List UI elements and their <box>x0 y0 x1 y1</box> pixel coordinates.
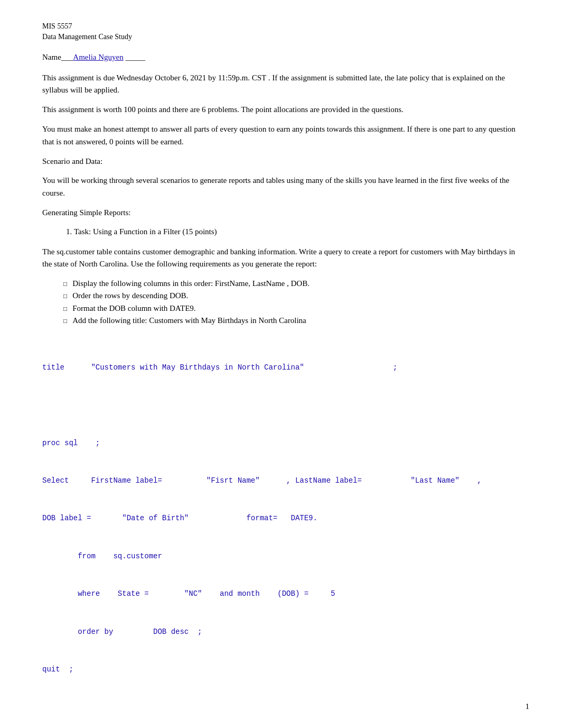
select-line: Select FirstName label= "Fisrt Name" , L… <box>42 475 519 487</box>
generating-heading: Generating Simple Reports: <box>42 207 519 219</box>
blank-2 <box>42 701 519 714</box>
paragraph-5: The sq.customer table contains customer … <box>42 246 519 271</box>
paragraph-1: This assignment is due Wednesday October… <box>42 72 519 97</box>
scenario-heading: Scenario and Data: <box>42 155 519 168</box>
where-line: where State = "NC" and month (DOB) = 5 <box>42 588 519 601</box>
code-block: title "Customers with May Birthdays in N… <box>42 334 519 728</box>
bullet-3: Format the DOB column with DATE9. <box>63 302 519 315</box>
bullet-2: Order the rows by descending DOB. <box>63 290 519 302</box>
requirements-list: Display the following columns in this or… <box>63 278 519 327</box>
name-label: Name___ <box>42 53 73 61</box>
page-number-text: 1 <box>526 702 530 711</box>
paragraph-2: This assignment is worth 100 points and … <box>42 104 519 116</box>
page-number: 1 <box>526 701 530 713</box>
task-list: Task: Using a Function in a Filter (15 p… <box>74 226 519 238</box>
name-blank: _____ <box>124 53 145 61</box>
paragraph-4: You will be working through several scen… <box>42 174 519 199</box>
name-value: Amelia Nguyen <box>73 53 123 61</box>
dob-line: DOB label = "Date of Birth" format= DATE… <box>42 512 519 525</box>
title-line: title "Customers with May Birthdays in N… <box>42 362 519 374</box>
from-line: from sq.customer <box>42 550 519 563</box>
bullet-1: Display the following columns in this or… <box>63 278 519 290</box>
blank-1 <box>42 399 519 412</box>
paragraph-3: You must make an honest attempt to answe… <box>42 123 519 148</box>
name-line: Name___Amelia Nguyen _____ <box>42 51 519 63</box>
course-code: MIS 5557 <box>42 21 519 32</box>
quit-line: quit ; <box>42 664 519 676</box>
orderby-line: order by DOB desc ; <box>42 626 519 639</box>
header-info: MIS 5557 Data Management Case Study <box>42 21 519 42</box>
proc-line: proc sql ; <box>42 437 519 450</box>
task-1-item: Task: Using a Function in a Filter (15 p… <box>74 226 519 238</box>
course-title: Data Management Case Study <box>42 32 519 42</box>
bullet-4: Add the following title: Customers with … <box>63 315 519 327</box>
